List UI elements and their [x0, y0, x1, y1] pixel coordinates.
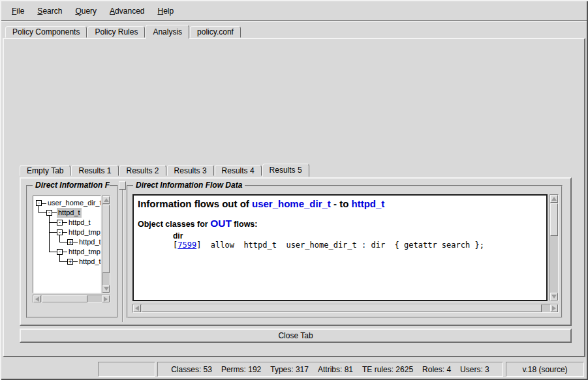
- stat-types: Types: 317: [270, 365, 309, 374]
- scroll-right-icon[interactable]: [550, 304, 558, 312]
- results-tab-bar: Empty Tab Results 1 Results 2 Results 3 …: [20, 164, 310, 177]
- flow-tree: - - - - + - + user_home_dir_t httpd_t ht…: [33, 196, 101, 293]
- tree-node[interactable]: httpd_t: [78, 237, 101, 247]
- data-hscrollbar[interactable]: [132, 304, 559, 313]
- tree-node[interactable]: httpd_t: [78, 257, 101, 267]
- stat-roles: Roles: 4: [422, 365, 451, 374]
- flow-data-subheader: Object classes for OUT flows:: [138, 218, 542, 229]
- tree-expander[interactable]: -: [46, 210, 52, 216]
- tree-expander[interactable]: +: [67, 239, 73, 245]
- scroll-right-icon[interactable]: [102, 295, 110, 302]
- stat-attribs: Attribs: 81: [318, 365, 353, 374]
- tree-expander[interactable]: -: [57, 229, 63, 235]
- tree-data-sash-handle[interactable]: [119, 181, 126, 190]
- rule-number-link[interactable]: 7599: [178, 241, 196, 250]
- menu-search[interactable]: Search: [31, 4, 69, 18]
- data-vscrollbar[interactable]: [549, 194, 559, 301]
- scroll-left-icon[interactable]: [33, 295, 41, 302]
- scroll-thumb[interactable]: [142, 304, 542, 312]
- stat-perms: Perms: 192: [221, 365, 261, 374]
- start-type-text: user_home_dir_t: [252, 198, 331, 209]
- tab-results-4[interactable]: Results 4: [215, 165, 262, 176]
- tab-policy-conf[interactable]: policy.conf: [190, 26, 241, 38]
- status-empty-field: [98, 362, 155, 377]
- menu-help[interactable]: Help: [151, 4, 180, 18]
- scroll-up-icon[interactable]: [550, 195, 558, 203]
- scroll-down-icon[interactable]: [550, 293, 558, 300]
- main-tab-bar: Policy Components Policy Rules Analysis …: [5, 25, 241, 39]
- scroll-thumb[interactable]: [550, 203, 558, 236]
- scroll-left-icon[interactable]: [133, 304, 141, 312]
- flow-data-text: Information flows out of user_home_dir_t…: [132, 194, 548, 301]
- menu-separator: [1, 20, 587, 22]
- status-version: v.18 (source): [506, 362, 584, 377]
- flow-data-group: Direct Information Flow Data Information…: [127, 185, 563, 318]
- tree-vscrollbar[interactable]: [102, 196, 110, 293]
- rule-line: [7599] allow httpd_t user_home_dir_t : d…: [173, 241, 542, 250]
- stat-classes: Classes: 53: [171, 365, 212, 374]
- tab-results-3[interactable]: Results 3: [167, 165, 214, 176]
- end-type-text: httpd_t: [352, 198, 385, 209]
- tab-results-1[interactable]: Results 1: [71, 165, 118, 176]
- tab-analysis[interactable]: Analysis: [146, 25, 189, 39]
- scroll-down-icon[interactable]: [102, 285, 110, 293]
- menu-query[interactable]: Query: [69, 4, 103, 18]
- menu-file[interactable]: File: [5, 4, 31, 18]
- out-flow-text: OUT: [210, 218, 232, 229]
- tree-node[interactable]: httpd_t: [67, 218, 92, 227]
- scroll-up-icon[interactable]: [102, 196, 110, 204]
- tree-node[interactable]: user_home_dir_t: [46, 198, 101, 208]
- flow-tree-title: Direct Information Flow Tree: [33, 181, 110, 190]
- tree-node-selected[interactable]: httpd_t: [57, 208, 82, 218]
- tree-expander[interactable]: -: [36, 200, 42, 206]
- tab-results-2[interactable]: Results 2: [119, 165, 166, 176]
- tree-expander[interactable]: -: [57, 220, 63, 226]
- object-class-text: dir: [173, 231, 542, 241]
- apol-window: File Search Query Advanced Help Policy C…: [0, 0, 588, 380]
- tree-hscrollbar[interactable]: [33, 295, 110, 303]
- flow-tree-group: Direct Information Flow Tree: [26, 185, 118, 318]
- tree-expander[interactable]: +: [67, 259, 73, 265]
- close-tab-button[interactable]: Close Tab: [20, 329, 572, 343]
- stat-users: Users: 3: [460, 365, 489, 374]
- stat-te-rules: TE rules: 2625: [362, 365, 413, 374]
- tree-expander[interactable]: -: [57, 249, 63, 255]
- tree-node[interactable]: httpd_tmp_t: [67, 227, 101, 237]
- scroll-thumb[interactable]: [42, 295, 87, 302]
- tab-results-5[interactable]: Results 5: [262, 164, 309, 177]
- results-tab-panel: Direct Information Flow Tree: [20, 177, 572, 326]
- tree-data-sash-line: [122, 181, 123, 322]
- tree-node[interactable]: httpd_tmpfs_t: [67, 247, 101, 257]
- tab-policy-components[interactable]: Policy Components: [5, 26, 87, 38]
- status-stats: Classes: 53 Perms: 192 Types: 317 Attrib…: [157, 362, 503, 377]
- tab-policy-rules[interactable]: Policy Rules: [87, 26, 145, 38]
- tab-empty[interactable]: Empty Tab: [20, 165, 70, 176]
- flow-data-header: Information flows out of user_home_dir_t…: [138, 198, 542, 209]
- menu-advanced[interactable]: Advanced: [103, 4, 151, 18]
- flow-data-title: Direct Information Flow Data: [133, 181, 245, 190]
- menu-bar: File Search Query Advanced Help: [1, 1, 587, 20]
- scroll-thumb[interactable]: [102, 205, 110, 273]
